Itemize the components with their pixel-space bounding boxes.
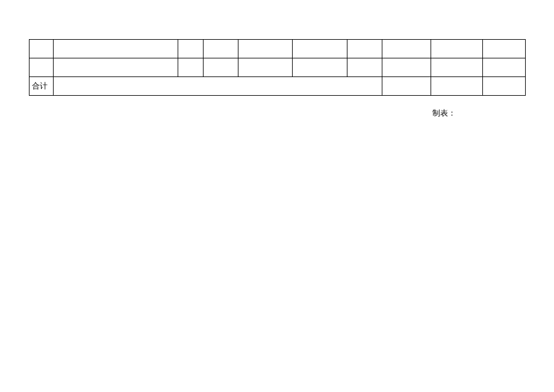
total-tail-cell (431, 77, 483, 96)
table-cell (30, 40, 54, 58)
prepared-by-label: 制表： (432, 108, 525, 119)
table-cell (431, 58, 483, 77)
table-cell (178, 58, 204, 77)
table-cell (293, 58, 347, 77)
table-cell (347, 58, 382, 77)
total-row: 合计 (30, 77, 526, 96)
table-cell (204, 40, 238, 58)
table-cell (431, 40, 483, 58)
table-cell (483, 58, 526, 77)
table-cell (382, 40, 431, 58)
total-label: 合计 (30, 77, 54, 96)
table-cell (54, 58, 178, 77)
table-row (30, 58, 526, 77)
table-row (30, 40, 526, 58)
table-cell (30, 58, 54, 77)
total-merged-cell (54, 77, 382, 96)
table-cell (293, 40, 347, 58)
data-table: 合计 (29, 39, 526, 96)
table-cell (238, 58, 293, 77)
table-cell (204, 58, 238, 77)
total-tail-cell (483, 77, 526, 96)
table-cell (382, 58, 431, 77)
table-cell (54, 40, 178, 58)
table-cell (483, 40, 526, 58)
table-cell (347, 40, 382, 58)
table-cell (238, 40, 293, 58)
table-cell (178, 40, 204, 58)
total-tail-cell (382, 77, 431, 96)
